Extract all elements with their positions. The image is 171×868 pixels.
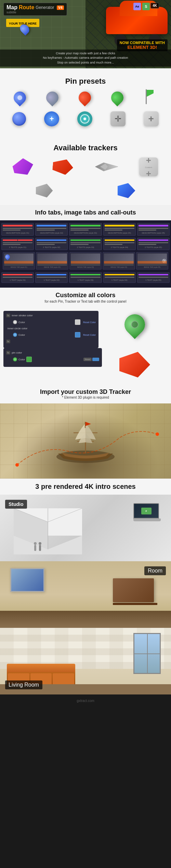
pin-crosshair-shape [110, 111, 126, 126]
img-area-4 [104, 253, 133, 264]
tab-desc-4: DESCRIPTION (style 04) [103, 223, 136, 236]
room-floor [0, 611, 171, 628]
tracker-arrow-gray [36, 184, 53, 197]
tracker-arrow-purple [11, 156, 36, 178]
tab-desc-3: DESCRIPTION (style 03) [69, 223, 102, 236]
tab-text-2a [37, 228, 66, 229]
reset-stroke: Reset Color [83, 321, 96, 323]
tab-desc-1: DESCRIPTION (style 01) [1, 223, 34, 236]
pin-plus-box-shape [144, 111, 159, 126]
feature3: Stop on selected points and much more... [2, 60, 169, 65]
pin-gray [46, 92, 58, 104]
pin-blue-shape [11, 89, 28, 107]
two-text-label-2: 2 TEXTS (style 02) [37, 246, 66, 248]
pin-plus-shape [44, 111, 59, 126]
compatible-now-text: NOW COMPATIBLE WITH [120, 41, 165, 45]
tracker-plane-area [93, 161, 120, 173]
swatch-inner [75, 332, 80, 337]
one-text-line-5 [139, 277, 168, 278]
customize-content: fx inner stroke color Color Reset Color … [0, 307, 171, 384]
tab-label-2: DESCRIPTION (style 02) [37, 232, 66, 234]
two-text-line-1a [3, 242, 32, 243]
pin-color-row: fx pin color [6, 351, 99, 355]
img-tab-label-4: IMAGE TAB (style 04) [104, 266, 133, 268]
tab-2text-3: 2 TEXTS (style 03) [69, 238, 102, 250]
ae-logo-icon: Ae [133, 3, 141, 10]
scene-studio: e Studio [0, 495, 171, 561]
inner-circle-controls: Color Reset Color [6, 332, 96, 337]
tab-header-5 [139, 225, 168, 226]
inner-stroke-controls: Color Reset Color [6, 319, 96, 325]
pin-blue [14, 92, 26, 104]
tab-2text-4: 2 TEXTS (style 04) [103, 238, 136, 250]
one-text-label-4: 1 TEXT (style 04) [105, 279, 134, 281]
inner-stroke-row: fx inner stroke color [6, 314, 96, 317]
pin-green-shape [109, 89, 126, 107]
pin-red-shape [76, 89, 94, 107]
pin-target [77, 111, 92, 126]
tab-text-4a [105, 228, 134, 229]
laptop-base [133, 519, 161, 521]
inner-circle-row: inner circle color [6, 327, 96, 330]
one-text-line-4 [105, 277, 134, 278]
tab-text-3b [70, 230, 88, 231]
two-text-line-5a [139, 242, 168, 243]
tracker-custom-box: + Custom [139, 157, 158, 176]
preview-visuals [102, 311, 168, 381]
pin-presets-section: Pin presets [0, 68, 171, 137]
trackers-header: Available trackers [3, 140, 168, 154]
hero-section: Map Route Generator V4 subtitle 4K S Ae … [0, 0, 171, 68]
tab-2text-1: 2 TEXTS (style 01) [1, 238, 34, 250]
pin-presets-header: Pin presets [3, 73, 168, 89]
version-badge: V4 [57, 5, 64, 10]
watermark-text: gxtract.com [77, 699, 94, 703]
tab-text-2b [37, 230, 54, 231]
tracker-3d-subtitle: * Element 3D plugin is required [7, 396, 164, 399]
info-tabs-section: Info tabs, image tabs and call-outs DESC… [0, 205, 171, 288]
tab-header-3 [70, 225, 100, 226]
tab-text-3a [70, 228, 100, 229]
feature1: Create your map route with just a few cl… [2, 51, 169, 56]
tab-1text-4: 1 TEXT (style 04) [103, 272, 136, 283]
room-furniture [113, 578, 154, 606]
color-text-inner: Color [18, 333, 74, 336]
color-circle-inner [13, 333, 17, 337]
reset-pin-label: Reset [85, 358, 90, 360]
tab-1text-2: 1 TEXT (style 02) [35, 272, 68, 283]
inner-stroke-label: inner stroke color [12, 314, 96, 317]
img-tab-label-3: IMAGE TAB (style 03) [71, 266, 100, 268]
pin-crosshair [110, 111, 126, 126]
color-panel-area: fx inner stroke color Color Reset Color … [3, 311, 102, 381]
studio-label: Studio [5, 500, 27, 509]
two-text-line-2b [37, 244, 54, 245]
one-text-line-1 [3, 277, 32, 278]
inner-circle-label: inner circle color [6, 327, 96, 330]
tracker-arrow-red [52, 158, 74, 175]
s-logo-icon: S [142, 3, 150, 10]
feature2: No keyframes - Automatic camera animatio… [2, 56, 169, 60]
large-pin-preview [121, 311, 148, 345]
hero-title-map: Map [6, 4, 17, 11]
tab-img-3: IMAGE TAB (style 03) [69, 252, 102, 270]
pin-color-controls: Color Reset [6, 357, 99, 362]
swatch-stroke [75, 319, 80, 325]
living-label-text: Living Room [9, 682, 39, 688]
hero-features: Create your map route with just a few cl… [0, 50, 171, 67]
description-styles-row: DESCRIPTION (style 01) DESCRIPTION (styl… [1, 223, 170, 236]
img-area-3 [71, 253, 100, 264]
pin-sphere-shape [12, 112, 26, 126]
info-tabs-title: Info tabs, image tabs and call-outs [7, 209, 164, 216]
tracker-3d-header: Import your custom 3D Tracker * Element … [0, 384, 171, 403]
large-pin-body [120, 310, 149, 339]
one-text-line-3 [70, 277, 100, 278]
tab-label-1: DESCRIPTION (style 01) [3, 232, 32, 234]
tab-1text-1: 1 TEXT (style 01) [1, 272, 34, 283]
pin-red [79, 92, 91, 104]
tab-label-4: DESCRIPTION (style 04) [105, 232, 134, 234]
fx-icon-pin: fx [6, 351, 10, 355]
one-text-label-2: 1 TEXT (style 02) [37, 279, 66, 281]
laptop: e [133, 503, 161, 521]
pin-gray-shape [43, 89, 61, 107]
tracker-arrow-blue [118, 183, 135, 198]
pin-presets-title: Pin presets [3, 77, 168, 86]
